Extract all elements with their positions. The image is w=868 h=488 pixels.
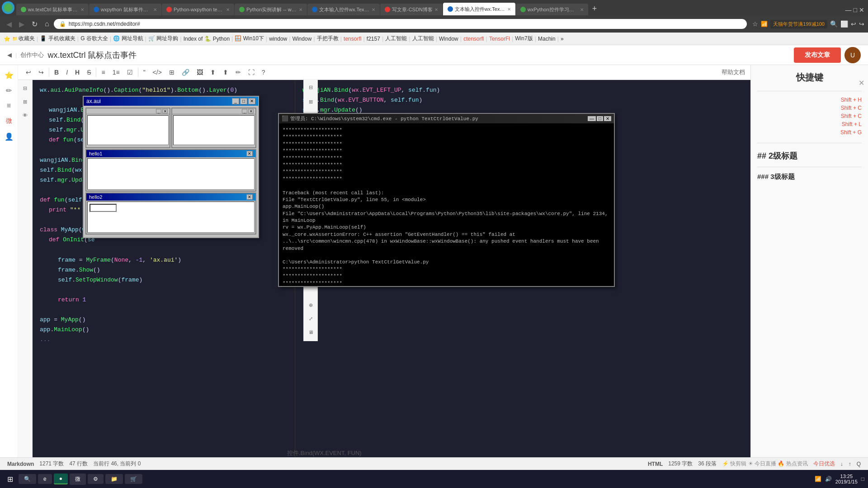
editor-icon-sidebar[interactable]: ⊞ — [20, 96, 31, 107]
toolbar-share[interactable]: ⬆ — [221, 67, 231, 77]
toolbar-bullet-list[interactable]: ≡ — [99, 67, 107, 77]
bookmark-handteach[interactable]: 手把手教 — [317, 35, 339, 42]
cmd-close[interactable]: ✕ — [604, 116, 611, 121]
bookmark-win10[interactable]: 🪟 Win10下 — [235, 35, 264, 42]
bookmark-google[interactable]: G 谷歌大全 — [80, 35, 108, 42]
editor-icon-eye[interactable]: 👁 — [20, 110, 31, 121]
tablet-icon[interactable]: ⬜ — [840, 20, 848, 28]
subwin-2-close[interactable]: ✕ — [248, 109, 254, 113]
editor-right-icon-2[interactable]: ⊞ — [305, 96, 316, 107]
tab-7-active[interactable]: 文本输入控件wx.TextCtrl --... ✕ — [443, 3, 515, 15]
bookmark-webdaogou[interactable]: 🛒 网址导购 — [148, 35, 178, 42]
toolbar-image[interactable]: 🖼 — [194, 67, 205, 77]
taskbar-weibo[interactable]: 微 — [70, 474, 86, 485]
cmd-window[interactable]: ⬛ 管理员: C:\Windows\system32\cmd.exe - pyt… — [278, 113, 615, 287]
subwin-2-min[interactable]: _ — [242, 109, 247, 113]
toolbar-link[interactable]: 🔗 — [179, 67, 192, 77]
cmd-titlebar[interactable]: ⬛ 管理员: C:\Windows\system32\cmd.exe - pyt… — [279, 114, 614, 123]
status-arrow-down[interactable]: ↓ — [840, 461, 843, 467]
back-to-center-button[interactable]: ◀ — [7, 52, 12, 58]
toolbar-fullscreen[interactable]: ⛶ — [246, 67, 257, 77]
bookmark-window3[interactable]: Window — [439, 36, 458, 42]
bookmark-favorites[interactable]: 📁 收藏夹 — [12, 35, 35, 42]
toolbar-italic[interactable]: I — [64, 67, 70, 77]
taskbar-settings[interactable]: ⚙ — [88, 474, 104, 484]
bookmark-window[interactable]: window — [269, 36, 287, 42]
help-docs-label[interactable]: 帮助文档 — [722, 68, 745, 76]
tab-5[interactable]: 文本输入控件wx.TextCtrl --... ✕ — [307, 4, 380, 15]
creation-center-label[interactable]: 创作中心 — [20, 51, 44, 59]
refresh-button[interactable]: ↻ — [29, 19, 40, 29]
float-aui-titlebar[interactable]: ax.aui _ □ ✕ — [84, 97, 258, 106]
close-button[interactable]: ✕ — [859, 6, 864, 14]
bookmark-ai2[interactable]: 人工智能 — [412, 35, 434, 42]
publish-button[interactable]: 发布文章 — [794, 47, 841, 63]
taskbar-notification[interactable]: □ — [861, 476, 864, 482]
float-aui-window[interactable]: ax.aui _ □ ✕ _ ✕ — [83, 96, 259, 238]
back-button[interactable]: ◀ — [4, 19, 14, 29]
tab-8[interactable]: wxPython控件学习之wx.Te... ✕ — [516, 4, 588, 15]
tab-2[interactable]: wxpython 鼠标事件例子 - w... ✕ — [89, 4, 161, 15]
status-date-today[interactable]: 今日优选 — [813, 460, 835, 468]
toolbar-help[interactable]: ? — [259, 67, 268, 77]
home-button[interactable]: ⌂ — [42, 19, 52, 29]
taskbar-search[interactable]: 🔍 — [19, 474, 36, 484]
tab-6[interactable]: 写文章-CSDN博客 ✕ — [380, 4, 443, 15]
tab-3[interactable]: Python-wxpython textctrl... ✕ — [162, 4, 234, 15]
bookmark-ai1[interactable]: 人工智能 — [385, 35, 407, 42]
subwin-1-close[interactable]: ✕ — [162, 109, 168, 113]
taskbar-store[interactable]: 🛒 — [125, 474, 142, 484]
bookmark-more[interactable]: » — [561, 36, 564, 42]
toolbar-task-list[interactable]: ☑ — [125, 67, 135, 77]
bookmark-ctf[interactable]: ctensorfl — [463, 36, 484, 42]
taskbar-start[interactable]: ⊞ — [4, 473, 17, 485]
article-title-input[interactable] — [47, 50, 790, 60]
new-tab-button[interactable]: + — [589, 4, 601, 14]
bookmark-python[interactable]: 🐍 Python — [204, 36, 230, 42]
hello2-close[interactable]: ✕ — [246, 194, 253, 200]
editor-right-icon-crosshair[interactable]: ⊕ — [305, 300, 316, 310]
editor-right-icon-monitor[interactable]: 🖥 — [305, 327, 316, 338]
toolbar-code[interactable]: </> — [151, 67, 164, 77]
toolbar-blockquote[interactable]: " — [141, 67, 148, 77]
sidebar-icon-edit[interactable]: ✏ — [3, 84, 15, 97]
subwin-1-min[interactable]: _ — [156, 109, 161, 113]
status-arrow-up[interactable]: ↑ — [849, 461, 851, 467]
undo-nav-icon[interactable]: ↩ — [851, 20, 856, 28]
search-icon[interactable]: 🔍 — [830, 20, 838, 28]
toolbar-redo[interactable]: ↪ — [36, 67, 46, 77]
editor-right-icon-expand[interactable]: ⤢ — [305, 313, 316, 324]
toolbar-heading[interactable]: H — [73, 67, 82, 77]
float-minimize-btn[interactable]: _ — [232, 98, 239, 104]
taskbar-ie[interactable]: e — [38, 474, 52, 484]
taskbar-folder[interactable]: 📁 — [105, 474, 123, 484]
sidebar-icon-list[interactable]: ≡ — [3, 99, 15, 112]
toolbar-bold[interactable]: B — [52, 67, 61, 77]
taskbar-chrome[interactable]: ● — [54, 474, 68, 484]
bookmark-win7[interactable]: Win7版 — [515, 35, 533, 42]
redo-nav-icon[interactable]: ↪ — [859, 20, 864, 28]
bookmark-tf[interactable]: tensorfl — [344, 36, 361, 42]
toolbar-table[interactable]: ⊞ — [167, 67, 177, 77]
toolbar-ordered-list[interactable]: 1≡ — [110, 67, 122, 77]
tab-4[interactable]: Python实例讲解 -- wxpyth... ✕ — [235, 4, 307, 15]
hello1-close[interactable]: ✕ — [246, 151, 253, 156]
bookmark-window2[interactable]: Window — [292, 36, 312, 42]
sidebar-icon-star[interactable]: ⭐ — [3, 69, 15, 81]
star-icon[interactable]: ☆ — [752, 20, 758, 28]
toolbar-upload[interactable]: ⬆ — [208, 67, 218, 77]
user-avatar[interactable]: U — [844, 47, 861, 63]
sidebar-icon-weibo[interactable]: 微 — [3, 115, 15, 127]
float-close-btn[interactable]: ✕ — [248, 98, 255, 104]
toolbar-undo[interactable]: ↩ — [24, 67, 33, 77]
bookmark-webdaohang[interactable]: 🌐 网址导航 — [113, 35, 143, 42]
bookmark-machin[interactable]: Machin — [538, 36, 556, 42]
forward-button[interactable]: ▶ — [16, 19, 27, 29]
maximize-button[interactable]: □ — [854, 6, 857, 14]
editor-right-icon-1[interactable]: ⊟ — [305, 82, 316, 93]
tab-1[interactable]: wx.textCtrl 鼠标单事件_主... ✕ — [16, 4, 89, 15]
right-panel-close[interactable]: ✕ — [859, 79, 864, 87]
bookmark-f2157[interactable]: f2157 — [367, 36, 380, 42]
address-bar[interactable]: https://mp.csdn.net/mdeditor# — [69, 21, 742, 27]
minimize-button[interactable]: — — [845, 6, 852, 14]
